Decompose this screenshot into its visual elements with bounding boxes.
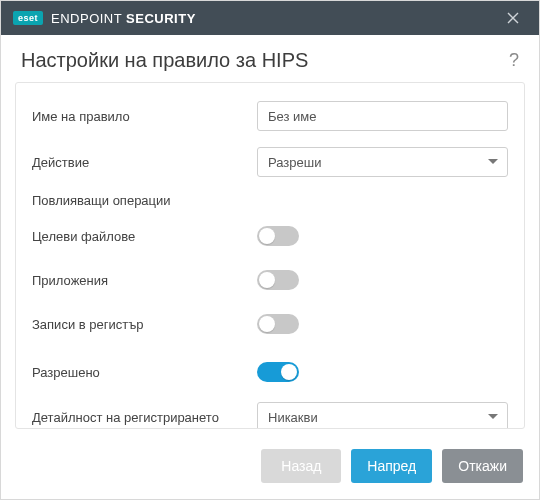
row-rule-name: Име на правило xyxy=(32,101,508,131)
close-icon xyxy=(507,12,519,24)
registry-label: Записи в регистър xyxy=(32,317,257,332)
logging-select-wrap: Никакви xyxy=(257,402,508,429)
form-panel: Име на правило Действие Разреши Повлиява… xyxy=(15,82,525,429)
dialog-footer: Назад Напред Откажи xyxy=(1,439,539,499)
brand-text: ENDPOINT SECURITY xyxy=(51,11,196,26)
dialog-header: Настройки на правило за HIPS ? xyxy=(1,35,539,82)
logging-label: Детайлност на регистрирането xyxy=(32,410,257,425)
row-registry: Записи в регистър xyxy=(32,310,508,338)
row-target-files: Целеви файлове xyxy=(32,222,508,250)
page-title: Настройки на правило за HIPS xyxy=(21,49,509,72)
row-action: Действие Разреши xyxy=(32,147,508,177)
action-select[interactable]: Разреши xyxy=(257,147,508,177)
next-button[interactable]: Напред xyxy=(351,449,432,483)
applications-label: Приложения xyxy=(32,273,257,288)
rule-name-input[interactable] xyxy=(257,101,508,131)
logging-select[interactable]: Никакви xyxy=(257,402,508,429)
cancel-button[interactable]: Откажи xyxy=(442,449,523,483)
action-label: Действие xyxy=(32,155,257,170)
brand-badge: eset xyxy=(13,11,43,25)
help-button[interactable]: ? xyxy=(509,50,519,71)
enabled-toggle[interactable] xyxy=(257,362,299,382)
titlebar: eset ENDPOINT SECURITY xyxy=(1,1,539,35)
rule-name-label: Име на правило xyxy=(32,109,257,124)
applications-toggle[interactable] xyxy=(257,270,299,290)
row-logging: Детайлност на регистрирането Никакви xyxy=(32,402,508,429)
operations-heading: Повлияващи операции xyxy=(32,193,508,208)
back-button: Назад xyxy=(261,449,341,483)
row-enabled: Разрешено xyxy=(32,358,508,386)
brand-text-light: ENDPOINT xyxy=(51,11,126,26)
row-applications: Приложения xyxy=(32,266,508,294)
close-button[interactable] xyxy=(499,4,527,32)
dialog-window: eset ENDPOINT SECURITY Настройки на прав… xyxy=(0,0,540,500)
action-select-wrap: Разреши xyxy=(257,147,508,177)
brand-text-bold: SECURITY xyxy=(126,11,196,26)
target-files-toggle[interactable] xyxy=(257,226,299,246)
target-files-label: Целеви файлове xyxy=(32,229,257,244)
enabled-label: Разрешено xyxy=(32,365,257,380)
registry-toggle[interactable] xyxy=(257,314,299,334)
